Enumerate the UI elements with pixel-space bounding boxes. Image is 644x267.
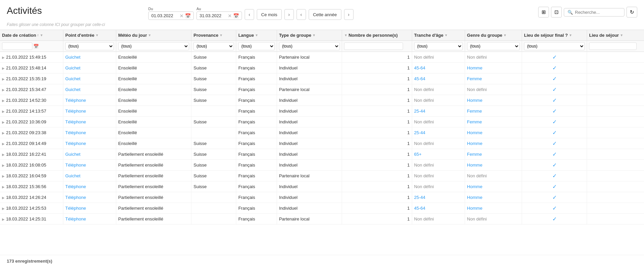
point-filter-select[interactable]: (tous): [65, 42, 114, 50]
lang-filter-icon[interactable]: ▼: [255, 33, 258, 37]
tranche-filter-select[interactable]: (tous): [414, 42, 463, 50]
cell-date: ▶21.03.2022 14:13:57: [0, 106, 63, 117]
expand-arrow[interactable]: ▶: [2, 207, 5, 210]
expand-arrow[interactable]: ▶: [2, 77, 5, 81]
tranche-filter-icon[interactable]: ▼: [444, 33, 448, 37]
cell-lieu: [587, 73, 644, 84]
cell-langue: Français: [236, 171, 277, 181]
refresh-button[interactable]: ↻: [626, 7, 637, 18]
table-row[interactable]: ▶21.03.2022 14:13:57 Téléphone Ensoleill…: [0, 106, 644, 117]
lang-filter-select[interactable]: (tous): [238, 42, 275, 50]
expand-arrow[interactable]: ▶: [2, 142, 5, 146]
cell-tranche: Non défini: [412, 117, 465, 127]
cell-prov: Suisse: [191, 63, 236, 73]
cell-prov: Suisse: [191, 73, 236, 84]
table-row[interactable]: ▶18.03.2022 15:36:56 Téléphone Partielle…: [0, 181, 644, 192]
expand-arrow[interactable]: ▶: [2, 174, 5, 178]
table-row[interactable]: ▶21.03.2022 09:14:49 Téléphone Ensoleill…: [0, 138, 644, 149]
cell-langue: Français: [236, 149, 277, 160]
table-row[interactable]: ▶18.03.2022 16:22:41 Guichet Partielleme…: [0, 149, 644, 160]
type-filter-select[interactable]: (tous): [279, 42, 340, 50]
table-row[interactable]: ▶18.03.2022 14:25:31 Téléphone Partielle…: [0, 214, 644, 225]
cell-lieu-final: ✓: [522, 106, 587, 117]
genre-filter-select[interactable]: (tous): [467, 42, 520, 50]
expand-arrow[interactable]: ▶: [2, 120, 5, 124]
date-filter-cal-icon[interactable]: 📅: [33, 44, 39, 49]
ce-mois-button[interactable]: Ce mois: [257, 9, 282, 20]
meteo-filter-select[interactable]: (tous): [118, 42, 189, 50]
cell-lieu: [587, 203, 644, 214]
cell-prov: Suisse: [191, 181, 236, 192]
lieu-final-filter-icon[interactable]: ▼: [569, 33, 572, 37]
expand-arrow[interactable]: ▶: [2, 99, 5, 102]
expand-arrow[interactable]: ▶: [2, 66, 5, 70]
expand-arrow[interactable]: ▶: [2, 153, 5, 156]
point-filter-icon[interactable]: ▼: [95, 33, 99, 37]
cell-genre: Homme: [465, 95, 522, 106]
cell-lieu: [587, 192, 644, 203]
cell-tranche: 45-64: [412, 63, 465, 73]
au-clear-button[interactable]: ✕: [228, 13, 232, 18]
cell-langue: Français: [236, 106, 277, 117]
table-row[interactable]: ▶18.03.2022 16:08:05 Téléphone Partielle…: [0, 160, 644, 171]
cell-lieu-final: ✓: [522, 95, 587, 106]
prov-filter-select[interactable]: (tous): [193, 42, 234, 50]
table-row[interactable]: ▶18.03.2022 16:04:59 Guichet Partielleme…: [0, 171, 644, 181]
table-row[interactable]: ▶21.03.2022 15:34:47 Guichet Ensoleillé …: [0, 84, 644, 95]
expand-arrow[interactable]: ▶: [2, 131, 5, 135]
table-row[interactable]: ▶21.03.2022 15:48:14 Guichet Ensoleillé …: [0, 63, 644, 73]
date-filter-input[interactable]: [2, 42, 32, 50]
meteo-filter-icon[interactable]: ▼: [148, 33, 151, 37]
expand-arrow[interactable]: ▶: [2, 88, 5, 92]
col-tranche: Tranche d'âge ▼: [412, 30, 465, 41]
cell-meteo: Ensoleillé: [116, 84, 191, 95]
cette-annee-button[interactable]: Cette année: [309, 9, 341, 20]
prov-filter-icon[interactable]: ▼: [219, 33, 223, 37]
cell-meteo: Partiellement ensoleillé: [116, 181, 191, 192]
cell-langue: Français: [236, 192, 277, 203]
cell-point: Téléphone: [63, 203, 116, 214]
table-row[interactable]: ▶21.03.2022 09:23:38 Téléphone Ensoleill…: [0, 127, 644, 138]
next-month-button[interactable]: ›: [284, 9, 294, 20]
du-calendar-button[interactable]: 📅: [185, 13, 191, 18]
cell-tranche: Non défini: [412, 171, 465, 181]
expand-arrow[interactable]: ▶: [2, 185, 5, 189]
date-filter-icon[interactable]: ▼: [40, 33, 43, 37]
table-row[interactable]: ▶21.03.2022 15:49:15 Guichet Ensoleillé …: [0, 52, 644, 63]
search-input[interactable]: [575, 10, 621, 15]
cell-nombre: 1: [342, 63, 412, 73]
genre-filter-icon[interactable]: ▼: [503, 33, 507, 37]
table-view-button[interactable]: ⊞: [538, 7, 549, 18]
cell-genre: Femme: [465, 117, 522, 127]
prev-month-button[interactable]: ‹: [245, 9, 254, 20]
table-row[interactable]: ▶18.03.2022 14:26:24 Téléphone Partielle…: [0, 192, 644, 203]
cell-prov: Suisse: [191, 160, 236, 171]
type-filter-icon[interactable]: ▼: [312, 33, 316, 37]
cell-tranche: Non défini: [412, 52, 465, 63]
cell-lieu: [587, 106, 644, 117]
cell-lieu-final: ✓: [522, 84, 587, 95]
nb-filter-input[interactable]: [344, 42, 403, 50]
expand-arrow[interactable]: ▶: [2, 110, 5, 113]
expand-arrow[interactable]: ▶: [2, 56, 5, 59]
table-row[interactable]: ▶21.03.2022 14:52:30 Téléphone Ensoleill…: [0, 95, 644, 106]
next-year-button[interactable]: ›: [344, 9, 354, 20]
cell-point: Téléphone: [63, 181, 116, 192]
expand-arrow[interactable]: ▶: [2, 196, 5, 200]
au-calendar-button[interactable]: 📅: [233, 13, 239, 18]
lieu-filter-icon[interactable]: ▼: [620, 33, 623, 37]
table-row[interactable]: ▶21.03.2022 10:36:09 Téléphone Ensoleill…: [0, 117, 644, 127]
export-button[interactable]: ⊡: [551, 7, 562, 18]
table-row[interactable]: ▶21.03.2022 15:35:19 Guichet Ensoleillé …: [0, 73, 644, 84]
col-type-groupe: Type de groupe ▼: [277, 30, 342, 41]
nb-filter-icon[interactable]: ▼: [344, 33, 347, 37]
cell-meteo: Ensoleillé: [116, 52, 191, 63]
table-row[interactable]: ▶18.03.2022 14:25:53 Téléphone Partielle…: [0, 203, 644, 214]
cell-langue: Français: [236, 95, 277, 106]
expand-arrow[interactable]: ▶: [2, 164, 5, 167]
du-clear-button[interactable]: ✕: [180, 13, 184, 18]
expand-arrow[interactable]: ▶: [2, 217, 5, 221]
lieu-filter-input[interactable]: [589, 42, 637, 50]
prev-year-button[interactable]: ‹: [297, 9, 306, 20]
lieu-final-filter-select[interactable]: (tous): [524, 42, 585, 50]
